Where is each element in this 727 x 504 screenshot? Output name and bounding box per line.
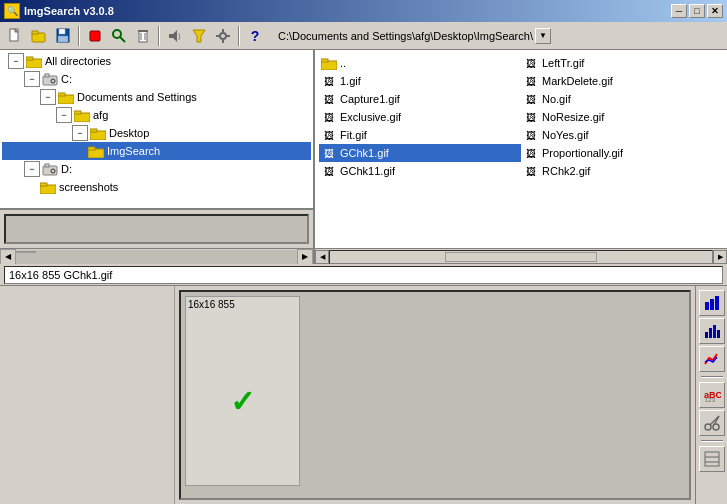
open-button[interactable] [28, 25, 50, 47]
save-button[interactable] [52, 25, 74, 47]
file-item-rchk2[interactable]: 🖼 RChk2.gif [521, 162, 723, 180]
svg-rect-20 [216, 35, 219, 37]
tree-item-root[interactable]: − All directories [2, 52, 311, 70]
scroll-track[interactable] [16, 250, 297, 264]
svg-rect-42 [705, 302, 709, 310]
file-name-no: No.gif [542, 93, 571, 105]
info-bar: 16x16 855 GChk1.gif [0, 264, 727, 286]
svg-rect-48 [717, 330, 720, 338]
file-item-1gif[interactable]: 🖼 1.gif [319, 72, 521, 90]
thumb-label: 16x16 855 [188, 299, 235, 310]
folder-icon-screenshots [40, 180, 56, 194]
scroll-left-arrow[interactable]: ◀ [0, 249, 16, 265]
sidebar-chart2-button[interactable] [699, 318, 725, 344]
checkmark-icon: ✓ [230, 384, 255, 419]
directory-tree[interactable]: − All directories − C: [0, 50, 313, 210]
new-button[interactable] [4, 25, 26, 47]
tree-item-afg[interactable]: − afg [2, 106, 311, 124]
svg-rect-10 [139, 31, 147, 42]
svg-line-9 [120, 37, 125, 42]
volume-button[interactable]: ) [164, 25, 186, 47]
settings-button[interactable] [212, 25, 234, 47]
file-item-noresize[interactable]: 🖼 NoResize.gif [521, 108, 723, 126]
tree-expand-afg[interactable]: − [56, 107, 72, 123]
bottom-left-spacer [0, 286, 175, 504]
file-item-noyes[interactable]: 🖼 NoYes.gif [521, 126, 723, 144]
sidebar-extra-button[interactable] [699, 446, 725, 472]
svg-rect-6 [58, 36, 68, 42]
scroll-right-arrow[interactable]: ▶ [297, 249, 313, 265]
filter-button[interactable] [188, 25, 210, 47]
left-panel: − All directories − C: [0, 50, 315, 264]
gif-icon-gchk1: 🖼 [321, 146, 337, 160]
app-icon: 🔍 [4, 3, 20, 19]
delete-button[interactable] [132, 25, 154, 47]
file-item-gchk1[interactable]: 🖼 GChk1.gif [319, 144, 521, 162]
tree-item-d[interactable]: − D: [2, 160, 311, 178]
image-view: 16x16 855 ✓ [179, 290, 691, 500]
file-scroll-left[interactable]: ◀ [315, 250, 329, 264]
file-name-gchk1: GChk1.gif [340, 147, 389, 159]
tree-expand-root[interactable]: − [8, 53, 24, 69]
tree-item-docs[interactable]: − Documents and Settings [2, 88, 311, 106]
file-item-lefttr[interactable]: 🖼 LeftTr.gif [521, 54, 723, 72]
minimize-button[interactable]: ─ [671, 4, 687, 18]
tree-scrollbar[interactable]: ◀ ▶ [0, 248, 313, 264]
path-dropdown-button[interactable]: ▼ [535, 28, 551, 44]
toolbar-separator-3 [238, 26, 240, 46]
svg-rect-44 [715, 296, 719, 310]
file-item-exclusive[interactable]: 🖼 Exclusive.gif [319, 108, 521, 126]
drive-icon-c [42, 72, 58, 86]
file-item-markdelete[interactable]: 🖼 MarkDelete.gif [521, 72, 723, 90]
info-text: 16x16 855 GChk1.gif [9, 269, 112, 281]
file-item-parent[interactable]: .. [319, 54, 521, 72]
bottom-section: 16x16 855 ✓ [0, 286, 727, 504]
svg-rect-25 [45, 74, 49, 77]
tree-expand-c[interactable]: − [24, 71, 40, 87]
close-button[interactable]: ✕ [707, 4, 723, 18]
gif-icon-lefttr: 🖼 [523, 56, 539, 70]
svg-rect-19 [222, 40, 224, 43]
sidebar-scissors-button[interactable] [699, 410, 725, 436]
file-scroll-right[interactable]: ▶ [713, 250, 727, 264]
drive-icon-d [42, 162, 58, 176]
tree-item-imgsearch[interactable]: ImgSearch [2, 142, 311, 160]
tree-label-screenshots: screenshots [59, 181, 118, 193]
gif-icon-capture1: 🖼 [321, 92, 337, 106]
tree-item-c[interactable]: − C: [2, 70, 311, 88]
file-item-fit[interactable]: 🖼 Fit.gif [319, 126, 521, 144]
file-item-proportionally[interactable]: 🖼 Proportionally.gif [521, 144, 723, 162]
tree-label-imgsearch: ImgSearch [107, 145, 160, 157]
file-name-gchk11: GChk11.gif [340, 165, 395, 177]
file-item-gchk11[interactable]: 🖼 GChk11.gif [319, 162, 521, 180]
maximize-button[interactable]: □ [689, 4, 705, 18]
tree-item-screenshots[interactable]: screenshots [2, 178, 311, 196]
svg-marker-14 [169, 30, 177, 42]
tree-expand-docs[interactable]: − [40, 89, 56, 105]
file-item-no[interactable]: 🖼 No.gif [521, 90, 723, 108]
file-name-lefttr: LeftTr.gif [542, 57, 584, 69]
tree-item-desktop[interactable]: − Desktop [2, 124, 311, 142]
svg-point-17 [220, 33, 226, 39]
stop-button[interactable] [84, 25, 106, 47]
svg-rect-18 [222, 29, 224, 32]
file-name-noresize: NoResize.gif [542, 111, 604, 123]
tree-expand-desktop[interactable]: − [72, 125, 88, 141]
file-item-capture1[interactable]: 🖼 Capture1.gif [319, 90, 521, 108]
search-button[interactable] [108, 25, 130, 47]
folder-icon-root [26, 54, 42, 68]
tree-expand-d[interactable]: − [24, 161, 40, 177]
svg-rect-45 [705, 332, 708, 338]
file-scroll-thumb[interactable] [445, 252, 598, 262]
file-name-noyes: NoYes.gif [542, 129, 589, 141]
toolbar-separator-1 [78, 26, 80, 46]
folder-icon-desktop [90, 126, 106, 140]
sidebar-barchart-button[interactable] [699, 290, 725, 316]
file-scroll-track[interactable] [329, 250, 713, 264]
sidebar-abc-button[interactable]: aBC 123 [699, 382, 725, 408]
help-button[interactable]: ? [244, 25, 266, 47]
sidebar-stats-button[interactable] [699, 346, 725, 372]
preview-panel [4, 214, 309, 244]
svg-rect-30 [74, 111, 81, 114]
file-list-scrollbar[interactable]: ◀ ▶ [315, 248, 727, 264]
